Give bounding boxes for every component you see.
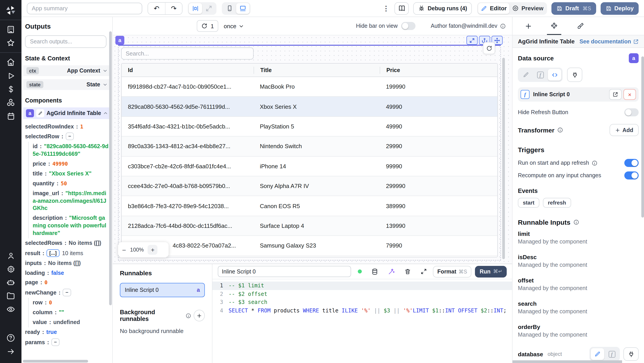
- component-refresh-button[interactable]: [483, 42, 495, 54]
- event-pill-start[interactable]: start: [518, 198, 539, 208]
- table-row[interactable]: 829ca080-5630-4562-9d5e-7611199d...Xbox …: [122, 97, 497, 117]
- eval-code-icon[interactable]: [548, 69, 561, 81]
- ai-wand-icon[interactable]: [388, 268, 395, 275]
- resources-cubes-icon[interactable]: [4, 97, 17, 108]
- table-row[interactable]: c303bce7-cb2e-42c6-8fdf-6aa01fc4e4...iPh…: [122, 156, 497, 176]
- refresh-count-button[interactable]: 1: [197, 20, 218, 32]
- expand-component-button[interactable]: [466, 36, 478, 45]
- static-pencil-icon[interactable]: [519, 69, 533, 81]
- code-editor-content[interactable]: 1-- $1 limit2-- $2 offset3-- $3 search4S…: [212, 279, 512, 363]
- aggrid-component[interactable]: a IdTitlePrice f991898d-cb27-4ac7-b10c-0…: [118, 45, 501, 260]
- expand-editor-icon[interactable]: [420, 268, 427, 275]
- template-function-icon[interactable]: f: [534, 69, 547, 81]
- tab-component-settings[interactable]: [541, 17, 567, 35]
- expand-array-button[interactable]: [...]: [46, 249, 59, 257]
- windmill-logo-icon[interactable]: [4, 5, 17, 16]
- add-transformer-button[interactable]: Add: [609, 124, 639, 136]
- table-row[interactable]: 4c83-8022-5e70a07a2...Samsung Galaxy S23…: [122, 236, 497, 256]
- outputs-horizontal-scrollbar[interactable]: [23, 360, 88, 362]
- script-name-input[interactable]: [218, 266, 351, 277]
- template-function-icon[interactable]: f: [605, 348, 618, 360]
- runs-play-icon[interactable]: [4, 70, 17, 82]
- draft-button[interactable]: Draft⌘S: [552, 2, 596, 15]
- right-vertical-scrollbar[interactable]: [641, 56, 644, 218]
- tab-styling-brush[interactable]: [567, 17, 593, 35]
- undo-button[interactable]: ↶: [148, 3, 165, 14]
- home-icon[interactable]: [4, 56, 17, 68]
- schedules-calendar-icon[interactable]: [4, 110, 17, 122]
- detach-script-button[interactable]: ×: [624, 89, 636, 100]
- favorites-star-icon[interactable]: [4, 37, 17, 49]
- collapse-toggle-button[interactable]: −: [51, 338, 60, 346]
- open-script-button[interactable]: [609, 89, 622, 100]
- collapse-toggle-button[interactable]: −: [66, 133, 74, 140]
- tab-editor[interactable]: Editor: [478, 3, 510, 14]
- component-row-a[interactable]: a AgGrid Infinite Table: [23, 107, 110, 119]
- table-row[interactable]: 89c0a336-1343-4812-ac34-e4bb8e27...Ninte…: [122, 137, 497, 156]
- table-search-input[interactable]: [121, 48, 254, 60]
- settings-gear-icon[interactable]: [4, 263, 17, 275]
- static-pencil-icon[interactable]: [591, 348, 604, 360]
- zoom-in-button[interactable]: +: [148, 245, 158, 255]
- database-icon[interactable]: [371, 268, 378, 275]
- canvas-vertical-scrollbar[interactable]: [502, 58, 505, 259]
- runnable-item-inline-script-0[interactable]: Inline Script 0 a: [120, 283, 205, 297]
- column-header-title[interactable]: Title: [254, 67, 380, 74]
- code-line[interactable]: 4SELECT * FROM products WHERE title ILIK…: [212, 306, 512, 315]
- mobile-view-button[interactable]: [223, 3, 236, 14]
- table-row[interactable]: 354f6afd-43ac-4321-b1bc-0b5e5adcb...Play…: [122, 117, 497, 137]
- zoom-out-button[interactable]: −: [122, 246, 126, 254]
- table-row[interactable]: f991898d-cb27-4ac7-b10c-0b9050ce1...MacB…: [122, 77, 497, 97]
- more-menu-icon[interactable]: ⋮: [382, 4, 390, 12]
- desktop-view-button[interactable]: [236, 3, 250, 14]
- component-id-tab[interactable]: a: [116, 36, 124, 45]
- see-documentation-link[interactable]: See documentation: [580, 38, 639, 45]
- docs-book-button[interactable]: [394, 2, 409, 15]
- fullscreen-button[interactable]: [202, 3, 216, 14]
- collapse-arrow-icon[interactable]: [4, 345, 17, 357]
- run-button[interactable]: Run ⌘↵: [475, 266, 507, 277]
- column-header-price[interactable]: Price: [380, 67, 497, 74]
- variables-dollar-icon[interactable]: [4, 83, 17, 95]
- cell-price: 99990: [380, 163, 497, 170]
- outputs-vertical-scrollbar[interactable]: [109, 31, 112, 305]
- format-button[interactable]: Format ⌘S: [433, 266, 472, 277]
- table-row[interactable]: 2128adca-7fc6-44bd-800c-dc115df6ac...Sur…: [122, 216, 497, 236]
- help-icon[interactable]: [4, 332, 17, 344]
- event-pill-refresh[interactable]: refresh: [543, 198, 571, 208]
- tab-insert-component[interactable]: [515, 17, 541, 35]
- add-background-runnable-button[interactable]: [194, 310, 205, 321]
- column-header-id[interactable]: Id: [122, 67, 254, 74]
- state-row[interactable]: state State: [23, 79, 110, 90]
- right-horizontal-scrollbar[interactable]: [512, 360, 622, 363]
- canvas-grid[interactable]: a IdTitlePrice f991898d-cb27-4ac7-b10c-0…: [113, 35, 512, 264]
- frequency-dropdown[interactable]: once: [224, 23, 244, 29]
- code-line[interactable]: 3-- $3 search: [212, 298, 512, 306]
- code-line[interactable]: 2-- $2 offset: [212, 290, 512, 298]
- run-on-start-toggle[interactable]: [624, 159, 639, 167]
- app-summary-input[interactable]: [27, 3, 142, 14]
- audit-eye-icon[interactable]: [4, 303, 17, 315]
- hide-refresh-toggle[interactable]: [624, 108, 639, 116]
- tab-preview[interactable]: Preview: [510, 3, 546, 14]
- align-center-button[interactable]: [189, 3, 202, 14]
- hide-bar-toggle[interactable]: [401, 22, 416, 30]
- workspace-icon[interactable]: [4, 24, 17, 35]
- redo-button[interactable]: ↷: [165, 3, 182, 14]
- delete-trash-icon[interactable]: [404, 268, 411, 275]
- code-line[interactable]: 1-- $1 limit: [212, 281, 512, 290]
- rename-pencil-icon[interactable]: [36, 109, 44, 117]
- table-row[interactable]: ccee43dc-27e0-40a8-b768-b09579b0...Sony …: [122, 176, 497, 196]
- collapse-toggle-button[interactable]: −: [63, 289, 71, 296]
- ctx-row[interactable]: ctx App Context: [23, 65, 110, 76]
- connect-plug-icon[interactable]: [567, 68, 582, 82]
- folders-icon[interactable]: [4, 290, 17, 302]
- deploy-button[interactable]: Deploy: [600, 2, 639, 15]
- search-outputs-input[interactable]: [25, 35, 106, 48]
- connect-plug-icon[interactable]: [624, 347, 639, 361]
- debug-runs-button[interactable]: Debug runs (4): [413, 2, 472, 15]
- users-person-icon[interactable]: [4, 250, 17, 261]
- recompute-toggle[interactable]: [624, 171, 639, 179]
- ai-robot-icon[interactable]: [4, 277, 17, 288]
- table-row[interactable]: b3e864c8-7fe3-4270-89e9-54c12038...Canon…: [122, 196, 497, 216]
